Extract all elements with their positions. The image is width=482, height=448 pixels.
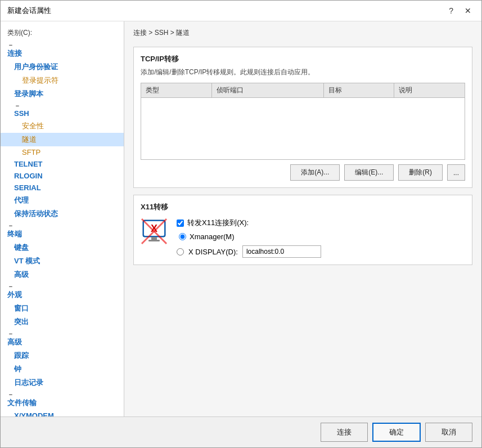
tree-item-wen-jian[interactable]: − 文件传输 bbox=[1, 389, 124, 410]
xmanager-radio[interactable] bbox=[179, 233, 186, 240]
xmanager-label[interactable]: Xmanager(M) bbox=[190, 232, 234, 241]
xdisplay-input[interactable] bbox=[242, 245, 321, 258]
tree-item-label-wai-guan: 外观 bbox=[7, 290, 22, 299]
ok-button[interactable]: 确定 bbox=[372, 423, 421, 442]
left-panel: 类别(C): − 连接用户身份验证登录提示符登录脚本− SSH安全性隧道SFTP… bbox=[1, 21, 124, 416]
tree-item-telnet[interactable]: TELNET bbox=[1, 158, 124, 170]
tree-item-label-chuang-kou: 窗口 bbox=[14, 304, 29, 312]
tree-item-xymodem[interactable]: X/YMODEM bbox=[1, 410, 124, 416]
tree-item-dai-li[interactable]: 代理 bbox=[1, 194, 124, 207]
tree-item-ri-zhi[interactable]: 日志记录 bbox=[1, 376, 124, 389]
tree-item-keep-alive[interactable]: 保持活动状态 bbox=[1, 207, 124, 221]
dialog-window: 新建会话属性 ? ✕ 类别(C): − 连接用户身份验证登录提示符登录脚本− S… bbox=[0, 0, 482, 448]
forward-x11-checkbox[interactable] bbox=[177, 219, 184, 227]
tree-item-label-zhong-duan: 终端 bbox=[7, 230, 22, 238]
tree-item-label-yong-hu: 用户身份验证 bbox=[14, 62, 58, 71]
tree-item-sui-dao[interactable]: 隧道 bbox=[1, 133, 124, 146]
col-listen: 侦听端口 bbox=[211, 83, 323, 98]
tree-item-label-ri-zhi: 日志记录 bbox=[14, 378, 43, 387]
col-target: 目标 bbox=[323, 83, 394, 98]
tree-item-chuang-kou[interactable]: 窗口 bbox=[1, 302, 124, 315]
tree-item-gao-ji-t[interactable]: 高级 bbox=[1, 268, 124, 281]
help-button[interactable]: ? bbox=[445, 5, 457, 16]
tree-item-label-gao-ji-t: 高级 bbox=[14, 270, 29, 279]
connect-button[interactable]: 连接 bbox=[321, 423, 368, 442]
tree-container: − 连接用户身份验证登录提示符登录脚本− SSH安全性隧道SFTPTELNETR… bbox=[1, 40, 124, 416]
tree-item-rlogin[interactable]: RLOGIN bbox=[1, 170, 124, 182]
svg-rect-3 bbox=[151, 237, 157, 240]
expand-icon-ssh: − bbox=[14, 102, 21, 109]
tree-item-label-tu-chu: 突出 bbox=[14, 317, 29, 326]
tree-item-label-deng-lu-ti: 登录提示符 bbox=[22, 76, 58, 84]
tree-item-label-sui-dao: 隧道 bbox=[22, 135, 37, 144]
tree-item-label-jian-pan: 键盘 bbox=[14, 243, 29, 252]
tree-item-wai-guan[interactable]: − 外观 bbox=[1, 281, 124, 302]
title-controls: ? ✕ bbox=[445, 5, 475, 16]
table-buttons: 添加(A)... 编辑(E)... 删除(R) ... bbox=[141, 164, 465, 181]
tree-item-label-serial: SERIAL bbox=[14, 183, 41, 192]
tree-item-label-lian-jie: 连接 bbox=[7, 49, 22, 57]
tree-item-label-rlogin: RLOGIN bbox=[14, 172, 43, 180]
x11-options: 转发X11连接到(X): Xmanager(M) X DISPLAY(D): bbox=[177, 218, 321, 258]
x11-title: X11转移 bbox=[141, 202, 465, 212]
more-button[interactable]: ... bbox=[447, 164, 465, 181]
tree-item-an-quan[interactable]: 安全性 bbox=[1, 119, 124, 133]
x11-content: X 转发X11连接到(X): bbox=[141, 218, 465, 258]
dialog-body: 类别(C): − 连接用户身份验证登录提示符登录脚本− SSH安全性隧道SFTP… bbox=[1, 21, 481, 416]
xdisplay-radio[interactable] bbox=[177, 248, 184, 256]
title-bar: 新建会话属性 ? ✕ bbox=[1, 1, 481, 21]
expand-icon-gao-ji: − bbox=[7, 330, 14, 337]
tcp-title: TCP/IP转移 bbox=[141, 54, 465, 64]
tree-item-label-an-quan: 安全性 bbox=[22, 122, 44, 130]
tree-item-label-telnet: TELNET bbox=[14, 160, 43, 168]
expand-icon-lian-jie: − bbox=[7, 42, 14, 48]
tree-item-zhong-duan[interactable]: − 终端 bbox=[1, 221, 124, 241]
close-button[interactable]: ✕ bbox=[461, 5, 475, 16]
tree-item-label-xymodem: X/YMODEM bbox=[14, 411, 54, 416]
expand-icon-zhong-duan: − bbox=[7, 222, 14, 229]
tunnel-empty-row bbox=[141, 98, 465, 160]
tree-item-gao-ji[interactable]: − 高级 bbox=[1, 329, 124, 349]
xmanager-radio-row: Xmanager(M) bbox=[179, 232, 321, 241]
tree-item-lian-jie[interactable]: − 连接 bbox=[1, 40, 124, 60]
forward-checkbox-row: 转发X11连接到(X): bbox=[177, 218, 321, 228]
delete-button[interactable]: 删除(R) bbox=[398, 164, 443, 181]
dialog-title: 新建会话属性 bbox=[7, 6, 51, 16]
tree-item-serial[interactable]: SERIAL bbox=[1, 182, 124, 194]
edit-button[interactable]: 编辑(E)... bbox=[344, 164, 394, 181]
tree-item-deng-lu-jb[interactable]: 登录脚本 bbox=[1, 87, 124, 101]
add-button[interactable]: 添加(A)... bbox=[290, 164, 340, 181]
col-desc: 说明 bbox=[394, 83, 465, 98]
xdisplay-label[interactable]: X DISPLAY(D): bbox=[188, 248, 238, 256]
tree-item-label-gen-zong: 跟踪 bbox=[14, 351, 29, 360]
tree-item-vt-mode[interactable]: VT 模式 bbox=[1, 254, 124, 268]
tree-item-label-sftp: SFTP bbox=[22, 148, 40, 156]
breadcrumb: 连接 > SSH > 隧道 bbox=[133, 28, 472, 38]
tree-item-label-wen-jian: 文件传输 bbox=[7, 398, 37, 407]
cancel-button[interactable]: 取消 bbox=[425, 423, 472, 442]
tree-item-zhong[interactable]: 钟 bbox=[1, 362, 124, 376]
col-type: 类型 bbox=[141, 83, 212, 98]
tree-item-label-dai-li: 代理 bbox=[14, 196, 29, 204]
forward-x11-label[interactable]: 转发X11连接到(X): bbox=[187, 218, 249, 228]
tcp-desc: 添加/编辑/删除TCP/IP转移规则。此规则连接后自动应用。 bbox=[141, 68, 465, 77]
tree-item-jian-pan[interactable]: 键盘 bbox=[1, 241, 124, 254]
tree-item-tu-chu[interactable]: 突出 bbox=[1, 315, 124, 329]
tree-item-sftp[interactable]: SFTP bbox=[1, 146, 124, 158]
tree-item-ssh[interactable]: − SSH bbox=[1, 101, 124, 119]
svg-rect-4 bbox=[148, 240, 160, 241]
tree-item-yong-hu[interactable]: 用户身份验证 bbox=[1, 60, 124, 74]
tree-item-label-ssh: SSH bbox=[14, 109, 29, 118]
tcp-section: TCP/IP转移 添加/编辑/删除TCP/IP转移规则。此规则连接后自动应用。 … bbox=[133, 47, 472, 188]
dialog-footer: 连接 确定 取消 bbox=[1, 416, 481, 447]
tree-item-label-deng-lu-jb: 登录脚本 bbox=[14, 89, 43, 98]
expand-icon-wen-jian: − bbox=[7, 391, 14, 398]
xdisplay-row: X DISPLAY(D): bbox=[177, 245, 321, 258]
tree-item-label-gao-ji: 高级 bbox=[7, 338, 22, 346]
x11-section: X11转移 X bbox=[133, 195, 472, 265]
tree-item-gen-zong[interactable]: 跟踪 bbox=[1, 349, 124, 362]
right-panel: 连接 > SSH > 隧道 TCP/IP转移 添加/编辑/删除TCP/IP转移规… bbox=[124, 21, 481, 416]
expand-icon-wai-guan: − bbox=[7, 283, 14, 290]
tree-item-deng-lu-ti[interactable]: 登录提示符 bbox=[1, 74, 124, 87]
tree-item-label-zhong: 钟 bbox=[14, 365, 21, 373]
